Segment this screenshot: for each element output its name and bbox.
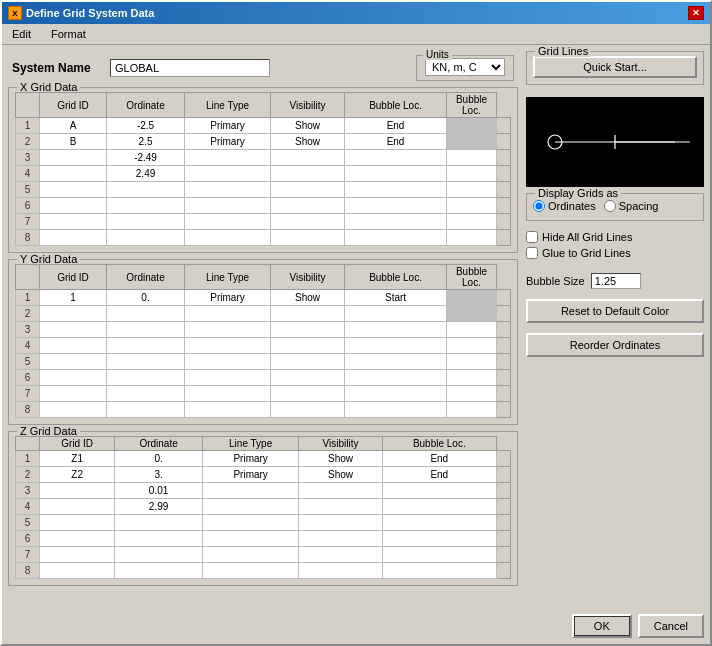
table-cell[interactable]: Show xyxy=(271,290,345,306)
table-cell[interactable] xyxy=(447,230,497,246)
table-cell[interactable]: 2.49 xyxy=(107,166,185,182)
table-cell[interactable] xyxy=(345,338,447,354)
table-cell[interactable]: End xyxy=(382,451,496,467)
table-cell[interactable] xyxy=(447,118,497,134)
table-cell[interactable]: End xyxy=(382,467,496,483)
radio-ordinates[interactable] xyxy=(533,200,545,212)
table-cell[interactable] xyxy=(115,515,203,531)
table-cell[interactable] xyxy=(382,531,496,547)
table-cell[interactable] xyxy=(345,214,447,230)
table-cell[interactable] xyxy=(40,214,107,230)
table-cell[interactable] xyxy=(382,547,496,563)
table-cell[interactable]: Primary xyxy=(185,290,271,306)
table-cell[interactable] xyxy=(299,499,382,515)
table-cell[interactable]: Z1 xyxy=(40,451,115,467)
table-cell[interactable] xyxy=(345,166,447,182)
table-cell[interactable] xyxy=(382,515,496,531)
table-cell[interactable] xyxy=(447,198,497,214)
table-cell[interactable] xyxy=(447,290,497,306)
table-cell[interactable] xyxy=(185,322,271,338)
table-cell[interactable] xyxy=(185,306,271,322)
table-cell[interactable] xyxy=(185,386,271,402)
table-cell[interactable] xyxy=(40,198,107,214)
table-cell[interactable]: -2.5 xyxy=(107,118,185,134)
ok-button[interactable]: OK xyxy=(572,614,632,638)
table-cell[interactable] xyxy=(202,531,299,547)
reorder-ordinates-button[interactable]: Reorder Ordinates xyxy=(526,333,704,357)
table-cell[interactable] xyxy=(40,182,107,198)
table-cell[interactable] xyxy=(447,166,497,182)
table-cell[interactable] xyxy=(40,499,115,515)
menu-format[interactable]: Format xyxy=(45,26,92,42)
table-cell[interactable]: A xyxy=(40,118,107,134)
table-cell[interactable] xyxy=(345,386,447,402)
table-cell[interactable] xyxy=(40,386,107,402)
table-cell[interactable] xyxy=(271,402,345,418)
table-cell[interactable]: Primary xyxy=(185,134,271,150)
table-cell[interactable] xyxy=(107,182,185,198)
radio-ordinates-label[interactable]: Ordinates xyxy=(533,200,596,212)
table-cell[interactable] xyxy=(115,563,203,579)
table-cell[interactable] xyxy=(271,182,345,198)
table-cell[interactable]: Show xyxy=(271,118,345,134)
table-cell[interactable] xyxy=(107,230,185,246)
table-cell[interactable] xyxy=(345,354,447,370)
table-cell[interactable] xyxy=(40,322,107,338)
table-cell[interactable]: Show xyxy=(271,134,345,150)
table-cell[interactable] xyxy=(107,402,185,418)
table-cell[interactable] xyxy=(345,322,447,338)
table-cell[interactable]: 0. xyxy=(107,290,185,306)
table-cell[interactable] xyxy=(299,547,382,563)
table-cell[interactable] xyxy=(185,402,271,418)
table-cell[interactable]: Z2 xyxy=(40,467,115,483)
table-cell[interactable] xyxy=(40,563,115,579)
table-cell[interactable] xyxy=(447,150,497,166)
radio-spacing[interactable] xyxy=(604,200,616,212)
table-cell[interactable]: 1 xyxy=(40,290,107,306)
table-cell[interactable] xyxy=(299,563,382,579)
table-cell[interactable] xyxy=(40,354,107,370)
table-cell[interactable]: -2.49 xyxy=(107,150,185,166)
table-cell[interactable] xyxy=(345,306,447,322)
table-cell[interactable] xyxy=(299,483,382,499)
table-cell[interactable] xyxy=(447,306,497,322)
table-cell[interactable] xyxy=(40,338,107,354)
table-cell[interactable] xyxy=(447,370,497,386)
table-cell[interactable] xyxy=(447,322,497,338)
table-cell[interactable] xyxy=(447,214,497,230)
table-cell[interactable] xyxy=(40,150,107,166)
table-cell[interactable] xyxy=(271,150,345,166)
table-cell[interactable] xyxy=(382,483,496,499)
table-cell[interactable] xyxy=(447,134,497,150)
close-button[interactable]: ✕ xyxy=(688,6,704,20)
table-cell[interactable] xyxy=(185,338,271,354)
table-cell[interactable] xyxy=(202,483,299,499)
table-cell[interactable] xyxy=(202,563,299,579)
table-cell[interactable] xyxy=(447,338,497,354)
system-name-input[interactable] xyxy=(110,59,270,77)
table-cell[interactable]: End xyxy=(345,134,447,150)
table-cell[interactable] xyxy=(40,531,115,547)
table-cell[interactable] xyxy=(202,547,299,563)
table-cell[interactable] xyxy=(345,370,447,386)
table-cell[interactable] xyxy=(271,338,345,354)
table-cell[interactable] xyxy=(299,515,382,531)
table-cell[interactable]: Primary xyxy=(202,451,299,467)
table-cell[interactable] xyxy=(185,370,271,386)
table-cell[interactable] xyxy=(185,354,271,370)
table-cell[interactable] xyxy=(382,499,496,515)
table-cell[interactable] xyxy=(447,354,497,370)
table-cell[interactable] xyxy=(202,515,299,531)
table-cell[interactable] xyxy=(185,230,271,246)
table-cell[interactable]: Primary xyxy=(202,467,299,483)
table-cell[interactable] xyxy=(299,531,382,547)
table-cell[interactable] xyxy=(382,563,496,579)
quick-start-button[interactable]: Quick Start... xyxy=(533,56,697,78)
table-cell[interactable]: End xyxy=(345,118,447,134)
table-cell[interactable] xyxy=(40,306,107,322)
table-cell[interactable] xyxy=(447,182,497,198)
radio-spacing-label[interactable]: Spacing xyxy=(604,200,659,212)
table-cell[interactable] xyxy=(271,354,345,370)
table-cell[interactable] xyxy=(271,386,345,402)
table-cell[interactable] xyxy=(185,198,271,214)
